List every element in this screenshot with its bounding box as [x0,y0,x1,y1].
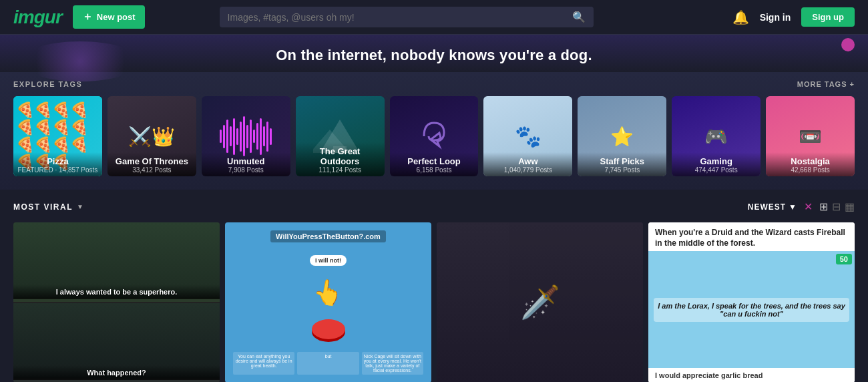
wave-bar [260,118,262,155]
got-name: Game Of Thrones [112,156,192,166]
meme-bottom-text: What happened? [13,365,220,380]
wave-bar [243,116,245,156]
got-posts: 33,412 Posts [112,166,192,174]
tag-card-nostalgia[interactable]: 📼 Nostalgia 42,668 Posts [766,96,855,176]
button-card-title: WillYouPressTheButton?.com [270,230,386,242]
unmuted-label: Unmuted 7,908 Posts [202,152,290,176]
outdoors-label: The Great Outdoors 111,124 Posts [296,142,385,176]
tags-grid: 🍕🍕🍕🍕🍕🍕🍕🍕🍕🍕🍕🍕🍕🍕🍕 Pizza FEATURED · 14,857 … [13,96,855,176]
wave-bar [253,130,255,143]
meme-top: I always wanted to be a superhero. [13,222,220,302]
grid-large-icon[interactable]: ▦ [845,200,855,213]
header: imgur ＋ New post 🔍 🔔 Sign in Sign up [0,0,868,35]
got-scene: 🗡️ [437,222,643,382]
post-card-got[interactable]: 🗡️ [437,222,643,382]
unmuted-name: Unmuted [206,156,286,166]
tag-card-staffpicks[interactable]: ⭐ Staff Picks 7,745 Posts [578,96,666,176]
post-card-druid[interactable]: When you're a Druid and the Wizard casts… [648,222,855,382]
wave-bar [236,128,238,145]
gaming-posts: 474,447 Posts [676,166,756,174]
wave-bar [230,126,232,146]
meme-top-text: I always wanted to be a superhero. [13,284,220,299]
wave-bar [240,122,242,152]
newest-button[interactable]: NEWEST ▼ [748,202,797,212]
nostalgia-posts: 42,668 Posts [770,166,851,174]
hero-section: On the internet, nobody knows you're a d… [0,35,868,72]
explore-tags-section: EXPLORE TAGS MORE TAGS + 🍕🍕🍕🍕🍕🍕🍕🍕🍕🍕🍕🍕🍕🍕🍕… [0,72,868,190]
button-options-grid: You can eat anything you desire and will… [233,352,423,375]
outdoors-name: The Great Outdoors [300,146,381,166]
loop-label: Perfect Loop 6,158 Posts [390,152,479,176]
tag-card-loop[interactable]: Perfect Loop 6,158 Posts [390,96,479,176]
outdoors-posts: 111,124 Posts [300,166,381,174]
section-right: NEWEST ▼ ✕ ⊞ ⊟ ▦ [748,200,855,213]
red-button[interactable] [312,319,345,339]
close-icon[interactable]: ✕ [804,200,813,213]
lorax-quote: I am the Lorax, I speak for the trees, a… [654,298,849,322]
wave-bar [246,125,248,148]
pizza-name: Pizza [17,156,98,166]
will-not-button[interactable]: I will not! [310,255,347,266]
hero-decoration-left [20,41,140,81]
search-icon[interactable]: 🔍 [572,11,586,23]
tag-card-outdoors[interactable]: The Great Outdoors 111,124 Posts [296,96,385,176]
wave-bar [233,118,235,155]
grid-compact-icon[interactable]: ⊞ [819,200,828,213]
gaming-name: Gaming [676,156,756,166]
staffpicks-posts: 7,745 Posts [582,166,662,174]
aww-label: Aww 1,040,779 Posts [483,152,572,176]
more-tags-link[interactable]: MORE TAGS + [797,80,855,88]
wave-bar [256,123,258,150]
druid-card-content: When you're a Druid and the Wizard casts… [648,222,855,382]
most-viral-title: MOST VIRAL ▼ [13,202,84,212]
header-right: 🔔 Sign in Sign up [732,7,855,27]
loop-posts: 6,158 Posts [394,166,475,174]
option-but: but [297,352,359,375]
meme-bottom: What happened? [13,303,220,382]
pizza-label: Pizza FEATURED · 14,857 Posts [13,152,102,176]
most-viral-header: MOST VIRAL ▼ NEWEST ▼ ✕ ⊞ ⊟ ▦ [13,200,855,213]
loop-name: Perfect Loop [394,156,475,166]
most-viral-dropdown[interactable]: ▼ [77,203,84,210]
grid-medium-icon[interactable]: ⊟ [832,200,841,213]
meme-container: I always wanted to be a superhero. What … [13,222,220,382]
main-content: MOST VIRAL ▼ NEWEST ▼ ✕ ⊞ ⊟ ▦ I always w… [0,190,868,382]
wave-bar [220,130,222,143]
notification-icon[interactable]: 🔔 [732,9,749,25]
tag-card-gaming[interactable]: 🎮 Gaming 474,447 Posts [672,96,761,176]
wave-bar [223,125,225,148]
image-grid: I always wanted to be a superhero. What … [13,222,855,382]
wave-bar [250,120,252,153]
wave-bar [263,126,265,146]
nostalgia-name: Nostalgia [770,156,851,166]
unmuted-posts: 7,908 Posts [206,166,286,174]
staffpicks-name: Staff Picks [582,156,662,166]
new-post-button[interactable]: ＋ New post [73,5,145,29]
search-bar: 🔍 [220,7,594,27]
tag-card-aww[interactable]: 🐾 Aww 1,040,779 Posts [483,96,572,176]
wave-bar [266,122,268,152]
hero-decoration-right [841,38,855,51]
newest-dropdown-arrow: ▼ [789,202,797,212]
post-card-superhero[interactable]: I always wanted to be a superhero. What … [13,222,220,382]
post-card-button[interactable]: WillYouPressTheButton?.com I will not! 👆… [225,222,431,382]
sign-in-link[interactable]: Sign in [760,12,791,23]
option-1: You can eat anything you desire and will… [233,352,294,375]
search-input[interactable] [228,12,572,23]
nostalgia-label: Nostalgia 42,668 Posts [766,152,855,176]
plus-icon: ＋ [82,10,93,24]
druid-caption: I would appreciate garlic bread [648,368,855,382]
druid-title: When you're a Druid and the Wizard casts… [648,222,855,251]
explore-tags-title: EXPLORE TAGS [13,80,82,88]
finger-icon: 👆 [311,276,346,309]
tag-card-pizza[interactable]: 🍕🍕🍕🍕🍕🍕🍕🍕🍕🍕🍕🍕🍕🍕🍕 Pizza FEATURED · 14,857 … [13,96,102,176]
got-label: Game Of Thrones 33,412 Posts [107,152,196,176]
pizza-posts: FEATURED · 14,857 Posts [17,166,98,174]
view-icons: ⊞ ⊟ ▦ [819,200,855,213]
tag-card-got[interactable]: ⚔️👑 Game Of Thrones 33,412 Posts [107,96,196,176]
sign-up-button[interactable]: Sign up [801,7,855,27]
button-card-content: WillYouPressTheButton?.com I will not! 👆… [225,222,431,382]
tag-card-unmuted[interactable]: Unmuted 7,908 Posts [202,96,290,176]
aww-posts: 1,040,779 Posts [487,166,568,174]
logo[interactable]: imgur [13,7,62,28]
